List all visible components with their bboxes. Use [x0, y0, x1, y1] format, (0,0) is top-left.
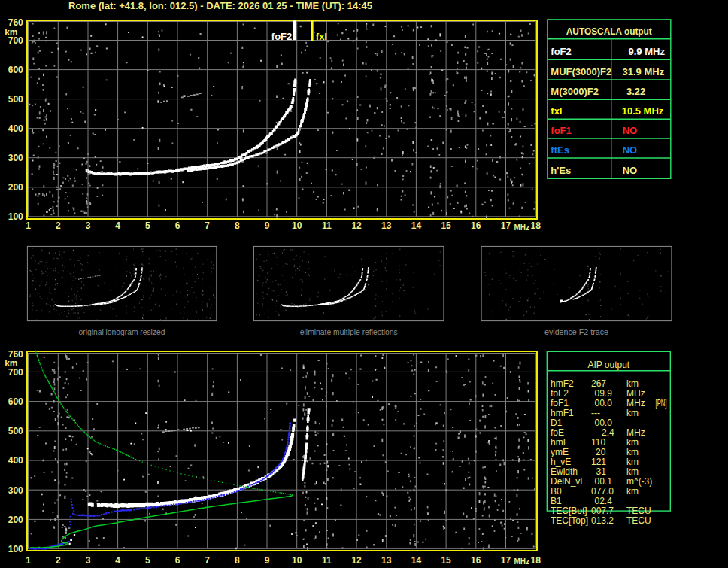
svg-text:200: 200 — [8, 182, 23, 193]
svg-text:12: 12 — [351, 555, 362, 566]
svg-text:16: 16 — [471, 220, 481, 231]
svg-text:00.1: 00.1 — [595, 476, 613, 487]
svg-text:7: 7 — [205, 555, 210, 566]
svg-text:11: 11 — [322, 555, 332, 566]
svg-text:11: 11 — [322, 220, 332, 231]
svg-text:[PN]: [PN] — [656, 398, 667, 409]
svg-text:DelN_vE: DelN_vE — [551, 476, 586, 487]
svg-text:500: 500 — [8, 426, 23, 436]
svg-text:14: 14 — [411, 220, 422, 231]
svg-text:foF2: foF2 — [551, 388, 569, 399]
svg-text:2: 2 — [56, 220, 61, 231]
svg-text:B1: B1 — [551, 496, 562, 506]
svg-text:km: km — [626, 466, 639, 477]
svg-text:M(3000)F2: M(3000)F2 — [551, 86, 599, 97]
svg-text:20: 20 — [596, 447, 606, 457]
svg-text:Rome (lat: +41.8, lon: 012.5): Rome (lat: +41.8, lon: 012.5) - DATE: 20… — [68, 0, 372, 11]
svg-text:D1: D1 — [551, 418, 563, 428]
svg-text:02.4: 02.4 — [595, 496, 613, 506]
svg-text:12: 12 — [351, 220, 362, 231]
svg-text:3: 3 — [86, 220, 91, 231]
svg-text:121: 121 — [591, 457, 606, 467]
svg-text:4: 4 — [115, 220, 120, 231]
svg-text:4: 4 — [115, 555, 120, 566]
svg-text:ftEs: ftEs — [551, 144, 569, 156]
svg-text:15: 15 — [441, 555, 451, 566]
svg-text:6: 6 — [175, 555, 180, 566]
svg-text:foF2: foF2 — [551, 46, 571, 57]
svg-text:TEC[Top]: TEC[Top] — [551, 515, 588, 526]
svg-text:NO: NO — [623, 165, 638, 176]
svg-text:18: 18 — [531, 220, 541, 231]
svg-text:hmE: hmE — [551, 437, 569, 448]
svg-text:500: 500 — [8, 94, 23, 105]
svg-text:09.9: 09.9 — [595, 388, 613, 399]
svg-text:100: 100 — [8, 544, 23, 554]
svg-text:h'Es: h'Es — [551, 165, 571, 176]
svg-text:km: km — [626, 437, 639, 448]
svg-text:ymE: ymE — [551, 447, 569, 457]
svg-text:10: 10 — [292, 220, 302, 231]
svg-text:km: km — [5, 358, 17, 369]
svg-text:400: 400 — [8, 455, 23, 466]
svg-text:17: 17 — [501, 220, 511, 231]
svg-text:h_vE: h_vE — [551, 457, 571, 467]
svg-text:600: 600 — [8, 65, 23, 75]
svg-text:km: km — [626, 408, 639, 418]
svg-text:18: 18 — [531, 555, 541, 566]
svg-text:10.5 MHz: 10.5 MHz — [622, 105, 664, 117]
svg-text:evidence F2 trace: evidence F2 trace — [544, 327, 608, 336]
svg-text:MHz: MHz — [626, 427, 645, 438]
svg-text:MHz: MHz — [514, 557, 530, 566]
svg-text:267: 267 — [591, 378, 606, 389]
svg-text:200: 200 — [8, 515, 23, 525]
svg-text:31: 31 — [596, 466, 607, 477]
svg-text:hmF1: hmF1 — [551, 408, 574, 418]
svg-text:B0: B0 — [551, 486, 562, 497]
svg-text:13: 13 — [381, 555, 392, 566]
svg-text:MHz: MHz — [514, 223, 530, 232]
svg-text:16: 16 — [471, 555, 481, 566]
svg-text:km: km — [5, 27, 17, 38]
svg-text:km: km — [626, 447, 639, 457]
svg-text:AIP output: AIP output — [587, 360, 629, 370]
svg-text:100: 100 — [8, 211, 23, 222]
svg-text:hmF2: hmF2 — [551, 378, 574, 389]
svg-text:Ewidth: Ewidth — [551, 466, 578, 477]
svg-text:400: 400 — [8, 123, 23, 134]
svg-text:AUTOSCALA output: AUTOSCALA output — [566, 26, 653, 37]
svg-text:13: 13 — [381, 220, 392, 231]
svg-text:31.9 MHz: 31.9 MHz — [623, 66, 665, 77]
svg-text:2.4: 2.4 — [602, 427, 614, 438]
svg-text:7: 7 — [205, 220, 210, 231]
svg-text:300: 300 — [8, 153, 23, 163]
svg-text:km: km — [626, 457, 639, 467]
svg-text:foF1: foF1 — [551, 125, 571, 136]
svg-text:17: 17 — [501, 555, 511, 566]
svg-text:---: --- — [591, 408, 600, 418]
svg-text:14: 14 — [411, 555, 422, 566]
svg-text:TECU: TECU — [626, 515, 651, 526]
svg-text:eliminate multiple reflections: eliminate multiple reflections — [300, 327, 398, 336]
svg-text:9.9 MHz: 9.9 MHz — [629, 46, 666, 57]
svg-text:km: km — [626, 378, 639, 389]
svg-text:m^(-3): m^(-3) — [626, 476, 652, 487]
svg-text:007.7: 007.7 — [591, 506, 614, 516]
svg-text:8: 8 — [235, 220, 240, 231]
svg-text:foF2: foF2 — [271, 31, 292, 42]
svg-text:km: km — [626, 486, 639, 497]
svg-text:5: 5 — [145, 220, 150, 231]
svg-text:foF1: foF1 — [551, 398, 569, 409]
svg-text:1: 1 — [26, 555, 31, 566]
svg-text:MHz: MHz — [626, 388, 645, 399]
svg-text:10: 10 — [292, 555, 302, 566]
svg-text:600: 600 — [8, 396, 23, 407]
svg-text:MUF(3000)F2: MUF(3000)F2 — [551, 66, 611, 77]
svg-text:5: 5 — [145, 555, 150, 566]
svg-text:MHz: MHz — [626, 398, 645, 409]
svg-text:2: 2 — [56, 555, 61, 566]
svg-text:00.0: 00.0 — [595, 418, 613, 428]
svg-text:3.22: 3.22 — [626, 86, 645, 97]
svg-text:9: 9 — [265, 555, 270, 566]
svg-text:15: 15 — [441, 220, 451, 231]
